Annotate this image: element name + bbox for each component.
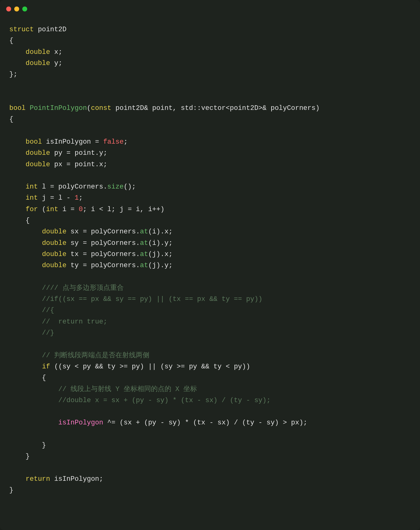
- titlebar: [0, 0, 420, 18]
- code-editor[interactable]: struct point2D { double x; double y; }; …: [0, 18, 420, 530]
- code-content: struct point2D { double x; double y; }; …: [9, 24, 408, 496]
- editor-window: struct point2D { double x; double y; }; …: [0, 0, 420, 530]
- close-button[interactable]: [6, 7, 11, 11]
- maximize-button[interactable]: [22, 7, 27, 11]
- minimize-button[interactable]: [14, 7, 19, 11]
